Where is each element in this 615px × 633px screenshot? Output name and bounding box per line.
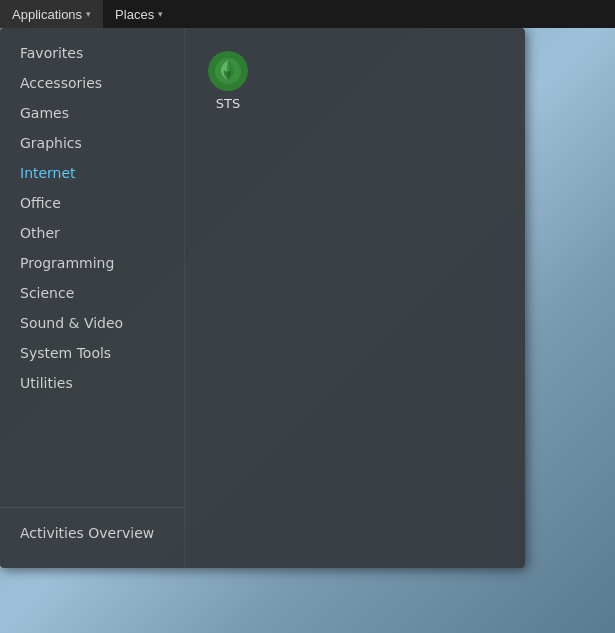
- app-content-area: STS: [185, 28, 525, 568]
- sidebar-item-office[interactable]: Office: [0, 188, 184, 218]
- sidebar-item-programming[interactable]: Programming: [0, 248, 184, 278]
- sidebar-item-utilities[interactable]: Utilities: [0, 368, 184, 398]
- sts-icon-svg: [214, 57, 242, 85]
- sidebar-item-games[interactable]: Games: [0, 98, 184, 128]
- sidebar-item-other[interactable]: Other: [0, 218, 184, 248]
- taskbar: Applications ▾ Places ▾: [0, 0, 615, 28]
- applications-dropdown: Favorites Accessories Games Graphics Int…: [0, 28, 525, 568]
- sidebar-item-science[interactable]: Science: [0, 278, 184, 308]
- sts-label: STS: [216, 96, 240, 111]
- applications-menu-button[interactable]: Applications ▾: [0, 0, 103, 28]
- sidebar-item-accessories[interactable]: Accessories: [0, 68, 184, 98]
- sidebar-item-system-tools[interactable]: System Tools: [0, 338, 184, 368]
- sidebar-item-activities-overview[interactable]: Activities Overview: [0, 518, 184, 548]
- sidebar-bottom: Activities Overview: [0, 507, 184, 558]
- app-item-sts[interactable]: STS: [200, 43, 256, 119]
- sidebar-item-internet[interactable]: Internet: [0, 158, 184, 188]
- applications-arrow-icon: ▾: [86, 9, 91, 19]
- category-sidebar: Favorites Accessories Games Graphics Int…: [0, 28, 185, 568]
- sidebar-item-sound-video[interactable]: Sound & Video: [0, 308, 184, 338]
- sidebar-item-graphics[interactable]: Graphics: [0, 128, 184, 158]
- applications-label: Applications: [12, 7, 82, 22]
- sidebar-spacer: [0, 398, 184, 507]
- app-grid: STS: [200, 43, 510, 119]
- places-label: Places: [115, 7, 154, 22]
- sts-icon: [208, 51, 248, 91]
- sidebar-item-favorites[interactable]: Favorites: [0, 38, 184, 68]
- places-arrow-icon: ▾: [158, 9, 163, 19]
- places-menu-button[interactable]: Places ▾: [103, 0, 175, 28]
